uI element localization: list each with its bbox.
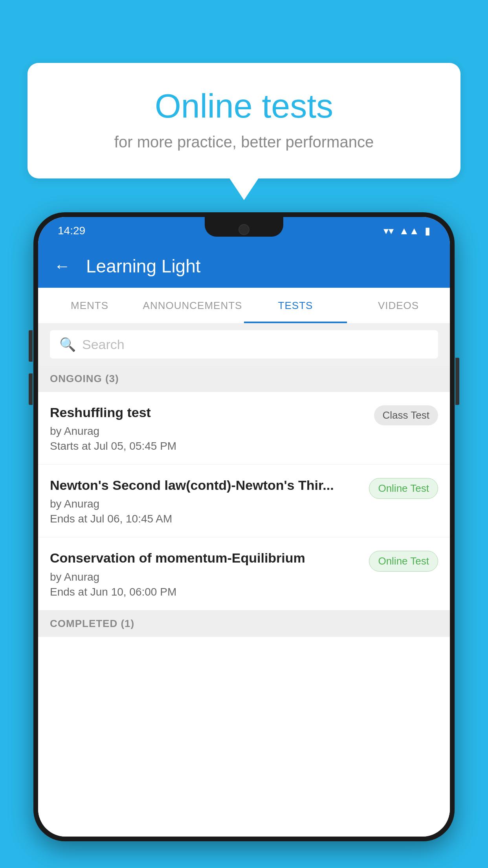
test-author-3: by Anurag	[50, 571, 361, 583]
completed-label: COMPLETED (1)	[50, 618, 134, 629]
volume-down-button	[29, 373, 33, 405]
status-icons: ▾▾ ▲▲ ▮	[383, 225, 430, 237]
ongoing-label: ONGOING (3)	[50, 373, 119, 384]
tab-ments[interactable]: MENTS	[38, 288, 141, 323]
test-info-2: Newton's Second law(contd)-Newton's Thir…	[50, 476, 369, 525]
search-container: 🔍 Search	[38, 323, 450, 366]
background: Online tests for more practice, better p…	[0, 0, 488, 868]
test-item[interactable]: Newton's Second law(contd)-Newton's Thir…	[38, 465, 450, 537]
test-item[interactable]: Conservation of momentum-Equilibrium by …	[38, 537, 450, 610]
speech-bubble: Online tests for more practice, better p…	[28, 63, 460, 178]
test-date-2: Ends at Jul 06, 10:45 AM	[50, 513, 361, 525]
tab-announcements[interactable]: ANNOUNCEMENTS	[141, 288, 244, 323]
test-author-2: by Anurag	[50, 498, 361, 510]
completed-section-header: COMPLETED (1)	[38, 611, 450, 637]
status-time: 14:29	[58, 224, 85, 237]
test-info-1: Reshuffling test by Anurag Starts at Jul…	[50, 404, 374, 452]
test-badge-3: Online Test	[369, 551, 438, 572]
app-title: Learning Light	[86, 256, 201, 277]
test-list: Reshuffling test by Anurag Starts at Jul…	[38, 392, 450, 837]
search-placeholder: Search	[82, 337, 125, 352]
app-header: ← Learning Light	[38, 245, 450, 288]
search-input-wrapper[interactable]: 🔍 Search	[50, 330, 438, 359]
search-icon: 🔍	[59, 337, 76, 352]
test-badge-2: Online Test	[369, 478, 438, 499]
test-name-1: Reshuffling test	[50, 404, 366, 421]
tab-tests[interactable]: TESTS	[244, 288, 347, 323]
front-camera	[238, 224, 250, 235]
test-date-3: Ends at Jun 10, 06:00 PM	[50, 586, 361, 598]
ongoing-section-header: ONGOING (3)	[38, 366, 450, 392]
test-name-3: Conservation of momentum-Equilibrium	[50, 549, 361, 566]
bubble-title: Online tests	[59, 86, 429, 125]
bubble-subtitle: for more practice, better performance	[59, 133, 429, 151]
phone-frame: 14:29 ▾▾ ▲▲ ▮ ← Learning Light MENTS	[33, 212, 455, 841]
back-button[interactable]: ←	[54, 257, 70, 276]
volume-up-button	[29, 330, 33, 362]
phone-notch	[205, 217, 283, 237]
phone-container: 14:29 ▾▾ ▲▲ ▮ ← Learning Light MENTS	[33, 212, 455, 868]
signal-icon: ▲▲	[399, 225, 419, 237]
test-item[interactable]: Reshuffling test by Anurag Starts at Jul…	[38, 392, 450, 465]
battery-icon: ▮	[425, 225, 430, 237]
tab-bar: MENTS ANNOUNCEMENTS TESTS VIDEOS	[38, 288, 450, 323]
test-badge-1: Class Test	[374, 405, 438, 425]
test-author-1: by Anurag	[50, 425, 366, 438]
test-name-2: Newton's Second law(contd)-Newton's Thir…	[50, 476, 361, 494]
power-button	[455, 358, 459, 405]
tab-videos[interactable]: VIDEOS	[347, 288, 450, 323]
wifi-icon: ▾▾	[383, 225, 394, 237]
test-info-3: Conservation of momentum-Equilibrium by …	[50, 549, 369, 598]
phone-screen: 14:29 ▾▾ ▲▲ ▮ ← Learning Light MENTS	[38, 217, 450, 837]
test-date-1: Starts at Jul 05, 05:45 PM	[50, 440, 366, 452]
